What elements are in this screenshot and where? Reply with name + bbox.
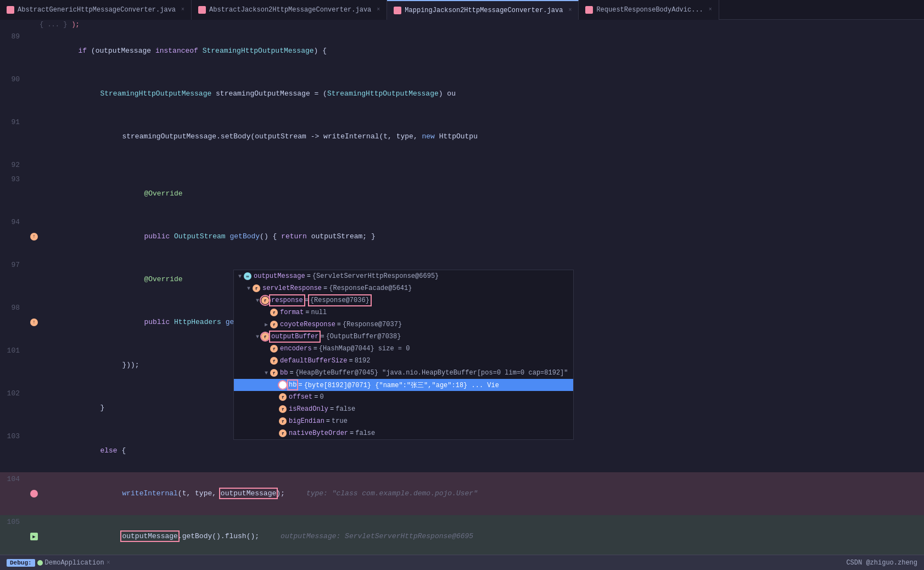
code-line-92: 92 [0, 158, 924, 172]
field-icon-orange-10: f [279, 405, 287, 413]
debug-row-defaultbuffersize[interactable]: ▶ f defaultBufferSize = 8192 [234, 355, 573, 367]
code-line-105: 105 ▶ outputMessage.getBody().flush(); o… [0, 515, 924, 555]
field-icon-teal: ∞ [244, 272, 251, 280]
tab-icon-java4 [585, 6, 593, 14]
tab-request-response[interactable]: RequestResponseBodyAdvic... × [579, 0, 719, 20]
breakpoint-icon-104 [30, 490, 38, 498]
tab-close-3[interactable]: × [568, 7, 572, 13]
tab-close-2[interactable]: × [377, 7, 380, 13]
field-icon-hb: f [279, 381, 287, 389]
status-right: CSDN @zhiguo.zheng [846, 559, 917, 567]
debug-row-bb[interactable]: ▼ f bb = {HeapByteBuffer@7045} "java.nio… [234, 367, 573, 379]
expand-icon-bb[interactable]: ▼ [265, 370, 268, 376]
top-continuation: { ... }); [0, 20, 924, 30]
debug-panel: ▼ ∞ outputMessage = {ServletServerHttpRe… [233, 270, 574, 440]
expand-icon-coyote[interactable]: ▶ [265, 321, 268, 328]
tab-icon-java2 [198, 6, 206, 14]
debug-row-outputbuffer[interactable]: ▼ f outputBuffer = {OutputBuffer@7038} [234, 331, 573, 343]
field-icon-orange-3: f [270, 309, 278, 316]
debug-row-format[interactable]: ▶ f format = null [234, 306, 573, 318]
code-line-94: 94 ↑ public OutputStream getBody() { ret… [0, 215, 924, 258]
expand-icon-2[interactable]: ▼ [247, 286, 250, 292]
status-close[interactable]: × [107, 559, 110, 567]
debug-row-isreadonly[interactable]: ▶ f isReadOnly = false [234, 403, 573, 415]
field-icon-orange-11: f [279, 417, 287, 425]
tab-abstract-jackson2[interactable]: AbstractJackson2HttpMessageConverter.jav… [192, 0, 387, 20]
field-icon-orange-7: f [270, 357, 278, 365]
debug-row-bigendian[interactable]: ▶ f bigEndian = true [234, 415, 573, 427]
gutter-icon-98: ↑ [30, 318, 38, 326]
editor-area: { ... }); 89 if (outputMessage instanceo… [0, 20, 924, 555]
field-icon-orange-8: f [270, 369, 278, 377]
debug-row-servletresponse[interactable]: ▼ f servletResponse = {ResponseFacade@56… [234, 282, 573, 294]
debug-label: Debug: [7, 559, 35, 567]
tab-bar: AbstractGenericHttpMessageConverter.java… [0, 0, 924, 20]
field-icon-orange-4: f [270, 321, 278, 328]
field-icon-orange-6: f [270, 345, 278, 353]
expand-icon-4[interactable]: ▼ [256, 334, 259, 340]
tab-close-1[interactable]: × [181, 7, 184, 13]
expand-icon-3[interactable]: ▼ [256, 298, 259, 304]
field-icon-orange-5: f [261, 333, 269, 340]
status-bar: Debug: DemoApplication × CSDN @zhiguo.zh… [0, 555, 924, 570]
csdn-username: CSDN @zhiguo.zheng [846, 559, 917, 567]
field-icon-orange-12: f [279, 429, 287, 437]
tab-mapping-jackson2[interactable]: MappingJackson2HttpMessageConverter.java… [387, 0, 579, 20]
code-line-104: 104 writeInternal(t, type, outputMessage… [0, 472, 924, 515]
debug-row-offset[interactable]: ▶ f offset = 0 [234, 391, 573, 403]
debug-row-outputmessage[interactable]: ▼ ∞ outputMessage = {ServletServerHttpRe… [234, 270, 573, 282]
debug-row-response[interactable]: ▼ f response = {Response@7036} [234, 294, 573, 306]
tab-abstract-generic[interactable]: AbstractGenericHttpMessageConverter.java… [0, 0, 192, 20]
field-icon-orange-1: f [253, 284, 260, 292]
debug-row-hb[interactable]: ▶ f hb = {byte[8192]@7071} {"name":"张三",… [234, 379, 573, 391]
code-line-93: 93 @Override [0, 172, 924, 215]
code-line-91: 91 streamingOutputMessage.setBody(output… [0, 115, 924, 158]
debug-status: Debug: DemoApplication × [7, 559, 110, 567]
gutter-icon-94: ↑ [30, 233, 38, 241]
debug-arrow-105: ▶ [30, 533, 38, 540]
app-status-dot [37, 560, 43, 566]
tab-close-4[interactable]: × [709, 7, 712, 13]
tab-icon-java [7, 6, 14, 14]
field-icon-orange-2: f [261, 297, 269, 304]
app-name[interactable]: DemoApplication [45, 559, 104, 567]
code-line-90: 90 StreamingHttpOutputMessage streamingO… [0, 72, 924, 115]
expand-icon[interactable]: ▼ [238, 273, 242, 280]
debug-row-encoders[interactable]: ▶ f encoders = {HashMap@7044} size = 0 [234, 343, 573, 355]
debug-row-nativebyteorder[interactable]: ▶ f nativeByteOrder = false [234, 427, 573, 439]
debug-row-coyote[interactable]: ▶ f coyoteResponse = {Response@7037} [234, 318, 573, 331]
code-line-89: 89 if (outputMessage instanceof Streamin… [0, 30, 924, 72]
field-icon-orange-9: f [279, 393, 287, 401]
tab-icon-java3 [394, 7, 401, 14]
code-view: { ... }); 89 if (outputMessage instanceo… [0, 20, 924, 555]
